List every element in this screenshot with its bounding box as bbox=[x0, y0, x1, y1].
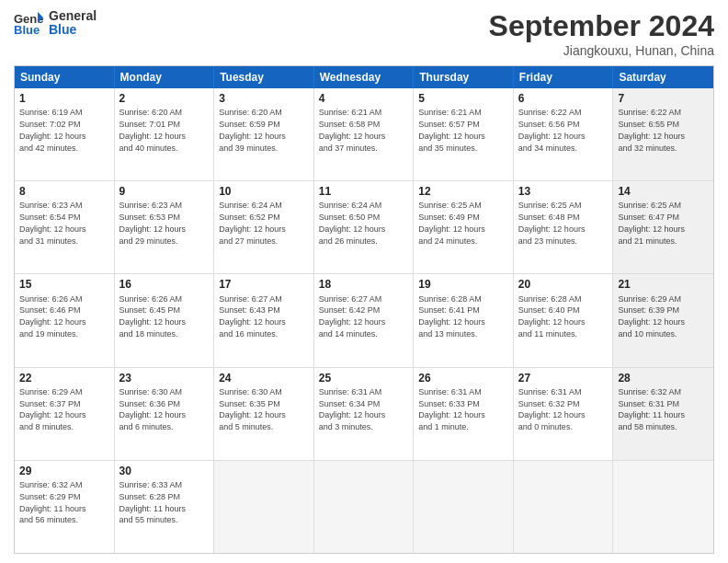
day-number: 10 bbox=[219, 184, 309, 199]
cal-cell: 16Sunrise: 6:26 AM Sunset: 6:45 PM Dayli… bbox=[115, 274, 215, 366]
day-number: 20 bbox=[518, 277, 609, 292]
day-number: 24 bbox=[219, 371, 309, 385]
day-header-friday: Friday bbox=[514, 66, 614, 88]
cell-details: Sunrise: 6:22 AM Sunset: 6:56 PM Dayligh… bbox=[518, 108, 586, 152]
calendar: SundayMondayTuesdayWednesdayThursdayFrid… bbox=[14, 65, 714, 554]
cal-cell: 1Sunrise: 6:19 AM Sunset: 7:02 PM Daylig… bbox=[15, 88, 115, 180]
day-header-wednesday: Wednesday bbox=[314, 66, 415, 88]
logo-line1: General bbox=[49, 9, 97, 23]
cal-cell: 12Sunrise: 6:25 AM Sunset: 6:49 PM Dayli… bbox=[414, 181, 514, 273]
day-header-monday: Monday bbox=[115, 66, 215, 88]
cell-details: Sunrise: 6:24 AM Sunset: 6:52 PM Dayligh… bbox=[219, 201, 286, 245]
cell-details: Sunrise: 6:30 AM Sunset: 6:36 PM Dayligh… bbox=[119, 387, 187, 431]
cell-details: Sunrise: 6:24 AM Sunset: 6:50 PM Dayligh… bbox=[319, 201, 386, 245]
day-number: 3 bbox=[219, 91, 309, 106]
title-block: September 2024 Jiangkouxu, Hunan, China bbox=[489, 9, 714, 58]
cal-cell: 25Sunrise: 6:31 AM Sunset: 6:34 PM Dayli… bbox=[314, 368, 415, 460]
cal-row: 8Sunrise: 6:23 AM Sunset: 6:54 PM Daylig… bbox=[15, 181, 713, 274]
cell-details: Sunrise: 6:28 AM Sunset: 6:41 PM Dayligh… bbox=[418, 294, 485, 339]
header: General Blue General Blue September 2024… bbox=[14, 9, 714, 58]
cell-details: Sunrise: 6:25 AM Sunset: 6:49 PM Dayligh… bbox=[418, 201, 485, 245]
cal-cell: 20Sunrise: 6:28 AM Sunset: 6:40 PM Dayli… bbox=[514, 274, 614, 366]
cell-details: Sunrise: 6:25 AM Sunset: 6:48 PM Dayligh… bbox=[518, 201, 586, 245]
day-number: 30 bbox=[119, 464, 210, 478]
logo: General Blue General Blue bbox=[14, 9, 97, 38]
cell-details: Sunrise: 6:27 AM Sunset: 6:43 PM Dayligh… bbox=[219, 294, 286, 339]
cal-cell: 11Sunrise: 6:24 AM Sunset: 6:50 PM Dayli… bbox=[314, 181, 415, 273]
day-number: 27 bbox=[518, 371, 609, 385]
svg-text:Blue: Blue bbox=[14, 23, 40, 36]
cell-details: Sunrise: 6:29 AM Sunset: 6:37 PM Dayligh… bbox=[19, 387, 86, 431]
location: Jiangkouxu, Hunan, China bbox=[489, 43, 714, 58]
day-number: 19 bbox=[418, 277, 508, 292]
day-header-thursday: Thursday bbox=[414, 66, 514, 88]
cal-cell bbox=[414, 461, 514, 553]
day-number: 22 bbox=[19, 371, 109, 385]
day-number: 29 bbox=[19, 464, 109, 478]
day-number: 2 bbox=[119, 91, 210, 106]
cal-cell: 7Sunrise: 6:22 AM Sunset: 6:55 PM Daylig… bbox=[613, 88, 713, 180]
cell-details: Sunrise: 6:21 AM Sunset: 6:58 PM Dayligh… bbox=[319, 108, 386, 152]
cal-cell: 29Sunrise: 6:32 AM Sunset: 6:29 PM Dayli… bbox=[15, 461, 115, 553]
cal-cell: 2Sunrise: 6:20 AM Sunset: 7:01 PM Daylig… bbox=[115, 88, 215, 180]
cal-cell: 10Sunrise: 6:24 AM Sunset: 6:52 PM Dayli… bbox=[214, 181, 314, 273]
day-number: 6 bbox=[518, 91, 609, 106]
cal-cell: 18Sunrise: 6:27 AM Sunset: 6:42 PM Dayli… bbox=[314, 274, 415, 366]
cal-row: 1Sunrise: 6:19 AM Sunset: 7:02 PM Daylig… bbox=[15, 88, 713, 181]
day-number: 21 bbox=[618, 277, 709, 292]
cal-row: 29Sunrise: 6:32 AM Sunset: 6:29 PM Dayli… bbox=[15, 461, 713, 553]
day-number: 28 bbox=[618, 371, 709, 385]
cal-cell: 22Sunrise: 6:29 AM Sunset: 6:37 PM Dayli… bbox=[15, 368, 115, 460]
cell-details: Sunrise: 6:28 AM Sunset: 6:40 PM Dayligh… bbox=[518, 294, 586, 339]
cell-details: Sunrise: 6:30 AM Sunset: 6:35 PM Dayligh… bbox=[219, 387, 286, 431]
cal-cell: 26Sunrise: 6:31 AM Sunset: 6:33 PM Dayli… bbox=[414, 368, 514, 460]
day-number: 17 bbox=[219, 277, 309, 292]
cal-cell bbox=[314, 461, 415, 553]
cal-cell: 27Sunrise: 6:31 AM Sunset: 6:32 PM Dayli… bbox=[514, 368, 614, 460]
cell-details: Sunrise: 6:23 AM Sunset: 6:54 PM Dayligh… bbox=[19, 201, 86, 245]
logo-icon: General Blue bbox=[14, 10, 43, 36]
cal-cell: 4Sunrise: 6:21 AM Sunset: 6:58 PM Daylig… bbox=[314, 88, 415, 180]
cell-details: Sunrise: 6:27 AM Sunset: 6:42 PM Dayligh… bbox=[319, 294, 386, 339]
day-number: 9 bbox=[119, 184, 210, 199]
day-number: 23 bbox=[119, 371, 210, 385]
cal-cell: 14Sunrise: 6:25 AM Sunset: 6:47 PM Dayli… bbox=[613, 181, 713, 273]
cell-details: Sunrise: 6:31 AM Sunset: 6:34 PM Dayligh… bbox=[319, 387, 386, 431]
cell-details: Sunrise: 6:32 AM Sunset: 6:29 PM Dayligh… bbox=[19, 480, 86, 524]
cell-details: Sunrise: 6:23 AM Sunset: 6:53 PM Dayligh… bbox=[119, 201, 187, 245]
cal-cell: 19Sunrise: 6:28 AM Sunset: 6:41 PM Dayli… bbox=[414, 274, 514, 366]
day-header-tuesday: Tuesday bbox=[214, 66, 314, 88]
cal-cell: 23Sunrise: 6:30 AM Sunset: 6:36 PM Dayli… bbox=[115, 368, 215, 460]
month-title: September 2024 bbox=[489, 9, 714, 43]
day-header-saturday: Saturday bbox=[613, 66, 713, 88]
day-number: 25 bbox=[319, 371, 409, 385]
day-number: 11 bbox=[319, 184, 409, 199]
cell-details: Sunrise: 6:26 AM Sunset: 6:45 PM Dayligh… bbox=[119, 294, 187, 339]
cal-cell: 30Sunrise: 6:33 AM Sunset: 6:28 PM Dayli… bbox=[115, 461, 215, 553]
cal-cell: 24Sunrise: 6:30 AM Sunset: 6:35 PM Dayli… bbox=[214, 368, 314, 460]
calendar-body: 1Sunrise: 6:19 AM Sunset: 7:02 PM Daylig… bbox=[15, 88, 713, 553]
cell-details: Sunrise: 6:20 AM Sunset: 6:59 PM Dayligh… bbox=[219, 108, 286, 152]
cell-details: Sunrise: 6:33 AM Sunset: 6:28 PM Dayligh… bbox=[119, 480, 187, 524]
cal-row: 22Sunrise: 6:29 AM Sunset: 6:37 PM Dayli… bbox=[15, 368, 713, 461]
calendar-header: SundayMondayTuesdayWednesdayThursdayFrid… bbox=[15, 66, 713, 88]
day-number: 1 bbox=[19, 91, 109, 106]
cal-cell bbox=[613, 461, 713, 553]
cal-cell: 21Sunrise: 6:29 AM Sunset: 6:39 PM Dayli… bbox=[613, 274, 713, 366]
day-number: 7 bbox=[618, 91, 709, 106]
page: General Blue General Blue September 2024… bbox=[0, 0, 728, 563]
day-number: 8 bbox=[19, 184, 109, 199]
cal-cell: 9Sunrise: 6:23 AM Sunset: 6:53 PM Daylig… bbox=[115, 181, 215, 273]
day-number: 5 bbox=[418, 91, 508, 106]
day-number: 26 bbox=[418, 371, 508, 385]
cal-cell: 13Sunrise: 6:25 AM Sunset: 6:48 PM Dayli… bbox=[514, 181, 614, 273]
cell-details: Sunrise: 6:31 AM Sunset: 6:33 PM Dayligh… bbox=[418, 387, 485, 431]
cal-cell bbox=[214, 461, 314, 553]
cell-details: Sunrise: 6:19 AM Sunset: 7:02 PM Dayligh… bbox=[19, 108, 86, 152]
cal-cell bbox=[514, 461, 614, 553]
cell-details: Sunrise: 6:29 AM Sunset: 6:39 PM Dayligh… bbox=[618, 294, 685, 339]
cell-details: Sunrise: 6:31 AM Sunset: 6:32 PM Dayligh… bbox=[518, 387, 586, 431]
cell-details: Sunrise: 6:26 AM Sunset: 6:46 PM Dayligh… bbox=[19, 294, 86, 339]
cal-cell: 5Sunrise: 6:21 AM Sunset: 6:57 PM Daylig… bbox=[414, 88, 514, 180]
cell-details: Sunrise: 6:25 AM Sunset: 6:47 PM Dayligh… bbox=[618, 201, 685, 245]
